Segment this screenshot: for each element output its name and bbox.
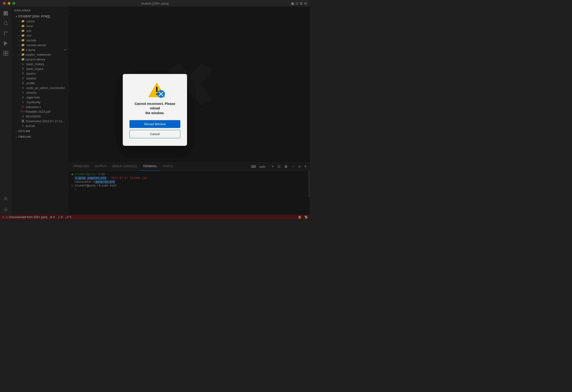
dialog-warning-icon	[147, 82, 162, 97]
reload-window-button[interactable]: Reload Window	[129, 120, 180, 128]
svg-rect-13	[156, 87, 158, 92]
cancel-button[interactable]: Cancel	[129, 130, 180, 138]
modal-overlay: Cannot reconnect. Please reload the wind…	[0, 0, 310, 220]
reconnect-dialog: Cannot reconnect. Please reload the wind…	[123, 74, 187, 146]
dialog-message: Cannot reconnect. Please reload the wind…	[129, 102, 180, 116]
